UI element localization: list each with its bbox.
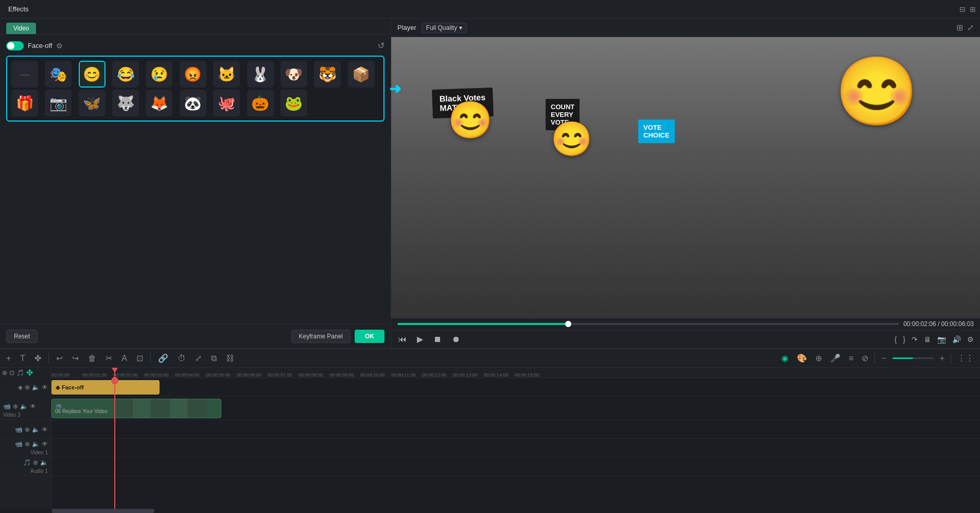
track-vis-video3[interactable]: 👁 [30, 403, 36, 410]
emoji-laugh[interactable]: 😂 [112, 61, 139, 88]
crop-button[interactable]: ⊡ [134, 352, 145, 364]
track-add-video3[interactable]: ⊕ [13, 403, 18, 410]
playhead[interactable] [114, 368, 115, 509]
track-audio-video2[interactable]: 🔈 [32, 426, 40, 433]
face-off-clip[interactable]: ◈ Face-off [51, 380, 160, 395]
settings-icon[interactable]: ⚙ [56, 42, 64, 50]
emoji-octopus[interactable]: 🐙 [213, 90, 240, 116]
quality-selector[interactable]: Full Quality ▾ [422, 23, 467, 33]
emoji-mask[interactable]: 🎭 [45, 61, 72, 88]
step-back-button[interactable]: ⏮ [397, 334, 408, 345]
controls-left: ⏮ ▶ ⏹ ⏺ [397, 333, 461, 345]
link-button[interactable]: 🔗 [156, 352, 170, 364]
play-button[interactable]: ▶ [416, 333, 424, 345]
emoji-cat2[interactable]: 🐯 [314, 61, 341, 88]
emoji-box2[interactable]: 🎁 [11, 90, 38, 116]
audio-icon-btn[interactable]: 🎤 [828, 352, 843, 364]
player-header-right: ⊞ ⤢ [956, 23, 974, 32]
copy-button[interactable]: ⧉ [209, 353, 219, 364]
face-off-toggle[interactable] [6, 41, 24, 50]
scrollbar-thumb[interactable] [51, 509, 154, 513]
emoji-dog[interactable]: 🐶 [281, 61, 307, 88]
minimize-icon[interactable]: ⊟ [959, 5, 966, 13]
text-tool-button[interactable]: A [119, 353, 129, 364]
grid-view-icon[interactable]: ⊞ [956, 23, 963, 32]
delete-button[interactable]: 🗑 [86, 353, 98, 364]
ruler-mark-9: 00:00:09:00 [329, 372, 354, 378]
emoji-smile[interactable]: 😊 [79, 61, 106, 88]
keyframe-button[interactable]: Keyframe Panel [291, 330, 351, 343]
emoji-wolf[interactable]: 🐺 [112, 90, 139, 116]
track-add-effect[interactable]: ⊕ [25, 384, 30, 391]
color-icon-btn[interactable]: 🎨 [795, 352, 809, 364]
track-audio-audio1[interactable]: 🔈 [40, 459, 48, 466]
emoji-fox[interactable]: 🦊 [146, 90, 172, 116]
emoji-frog[interactable]: 🐸 [281, 90, 307, 116]
track-add-video1[interactable]: ⊕ [25, 440, 30, 448]
layout-btn[interactable]: ⋮⋮ [955, 352, 976, 364]
track-add-audio1[interactable]: ⊕ [33, 459, 38, 466]
stop-button[interactable]: ⏹ [432, 334, 443, 345]
camera-icon[interactable]: 📷 [937, 335, 946, 344]
volume-icon[interactable]: 🔊 [952, 335, 961, 344]
emoji-none[interactable]: — [11, 61, 38, 88]
add-track-icon[interactable]: ⊕ [2, 369, 7, 377]
current-time: 00:00:02:06 / 00:00:06:03 [903, 320, 974, 328]
maximize-icon[interactable]: ⊞ [970, 5, 976, 13]
forward-icon[interactable]: ↷ [912, 335, 918, 344]
add-audio-track-icon[interactable]: 🎵 [16, 369, 24, 377]
magnet-button[interactable]: ✤ [32, 352, 43, 364]
transform-button[interactable]: ⤢ [193, 352, 204, 364]
track-audio-video1[interactable]: 🔈 [32, 440, 40, 448]
subtitle-icon-btn[interactable]: ≡ [847, 353, 855, 364]
reset-button[interactable]: Reset [6, 330, 38, 343]
export-icon-btn[interactable]: ⊘ [860, 352, 870, 364]
emoji-rabbit[interactable]: 🐰 [247, 61, 274, 88]
track-audio-video3[interactable]: 🔈 [20, 403, 28, 410]
speed-button[interactable]: ⏱ [176, 353, 188, 364]
ok-button[interactable]: OK [355, 330, 384, 343]
settings-small-icon[interactable]: ⚙ [967, 335, 974, 344]
monitor-icon[interactable]: 🖥 [924, 335, 931, 344]
zoom-out-btn[interactable]: − [879, 353, 888, 364]
timeline-scrollbar[interactable] [0, 509, 980, 513]
snap-icon[interactable]: ✤ [26, 368, 33, 378]
undo-button[interactable]: ↩ [54, 352, 65, 364]
cut-button[interactable]: ✂ [103, 352, 114, 364]
add-media-button[interactable]: + [4, 353, 13, 364]
track-audio-effect[interactable]: 🔈 [32, 384, 40, 391]
track-vis-effect[interactable]: 👁 [42, 384, 48, 391]
app-title: Effects [0, 5, 37, 13]
chain-button[interactable]: ⛓ [224, 353, 236, 364]
add-video-track-icon[interactable]: ⊡ [9, 369, 14, 377]
track-vis-video2[interactable]: 👁 [42, 426, 48, 433]
track-name-video1: Video 1 [3, 450, 48, 455]
emoji-butterfly[interactable]: 🦋 [79, 90, 106, 116]
emoji-cat1[interactable]: 🐱 [213, 61, 240, 88]
redo-button[interactable]: ↪ [70, 352, 81, 364]
bracket-left-icon[interactable]: { [895, 335, 897, 344]
zoom-slider[interactable] [892, 357, 934, 359]
video-clip-video3[interactable]: 📹 06 Replace Your Video [51, 399, 221, 418]
caption-icon-btn[interactable]: ⊕ [813, 352, 824, 364]
emoji-box1[interactable]: 📦 [348, 61, 375, 88]
emoji-angry[interactable]: 😡 [180, 61, 206, 88]
track-label-video2: 📹 ⊕ 🔈 👁 [0, 420, 51, 439]
expand-icon[interactable]: ⤢ [967, 23, 974, 32]
progress-handle[interactable] [565, 321, 571, 327]
emoji-sad[interactable]: 😢 [146, 61, 172, 88]
track-vis-video1[interactable]: 👁 [42, 440, 48, 448]
add-text-button[interactable]: T [18, 353, 27, 364]
emoji-pumpkin[interactable]: 🎃 [247, 90, 274, 116]
progress-bar[interactable] [397, 323, 899, 325]
emoji-box3[interactable]: 📷 [45, 90, 72, 116]
main-area: Video Face-off ⚙ ↺ — 🎭 😊 [0, 19, 980, 348]
track-add-video2[interactable]: ⊕ [25, 426, 30, 433]
refresh-icon[interactable]: ↺ [378, 41, 384, 50]
tab-video[interactable]: Video [6, 23, 36, 34]
effects-icon-btn[interactable]: ◉ [779, 352, 791, 364]
emoji-panda[interactable]: 🐼 [180, 90, 206, 116]
zoom-in-btn[interactable]: + [938, 353, 947, 364]
bracket-right-icon[interactable]: } [903, 335, 905, 344]
record-button[interactable]: ⏺ [451, 334, 461, 345]
